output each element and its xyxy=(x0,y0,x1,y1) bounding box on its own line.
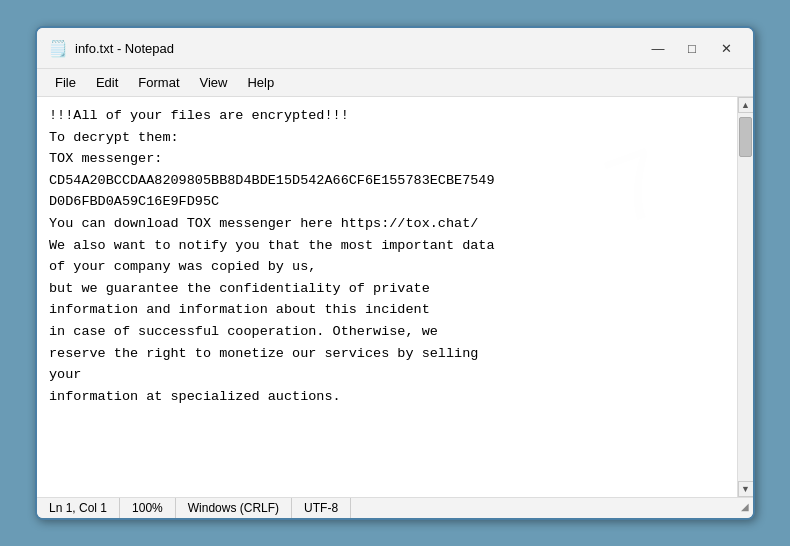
line-7: We also want to notify you that the most… xyxy=(49,235,725,257)
title-bar: 🗒️ info.txt - Notepad — □ ✕ xyxy=(37,28,753,69)
menu-bar: File Edit Format View Help xyxy=(37,69,753,97)
menu-file[interactable]: File xyxy=(45,71,86,94)
scroll-down-button[interactable]: ▼ xyxy=(738,481,754,497)
status-encoding: UTF-8 xyxy=(292,498,351,518)
resize-grip[interactable]: ◢ xyxy=(737,498,753,518)
line-4: CD54A20BCCDAA8209805BB8D4BDE15D542A66CF6… xyxy=(49,170,725,192)
line-1: !!!All of your files are encrypted!!! xyxy=(49,105,725,127)
text-editor[interactable]: 7 !!!All of your files are encrypted!!! … xyxy=(37,97,737,497)
menu-view[interactable]: View xyxy=(190,71,238,94)
menu-edit[interactable]: Edit xyxy=(86,71,128,94)
status-position: Ln 1, Col 1 xyxy=(37,498,120,518)
window-controls: — □ ✕ xyxy=(643,36,741,60)
line-6: You can download TOX messenger here http… xyxy=(49,213,725,235)
line-14: information at specialized auctions. xyxy=(49,386,725,408)
line-13: your xyxy=(49,364,725,386)
maximize-button[interactable]: □ xyxy=(677,36,707,60)
title-bar-left: 🗒️ info.txt - Notepad xyxy=(49,39,174,57)
line-12: reserve the right to monetize our servic… xyxy=(49,343,725,365)
menu-help[interactable]: Help xyxy=(237,71,284,94)
line-11: in case of successful cooperation. Other… xyxy=(49,321,725,343)
status-zoom: 100% xyxy=(120,498,176,518)
line-2: To decrypt them: xyxy=(49,127,725,149)
minimize-button[interactable]: — xyxy=(643,36,673,60)
content-area: 7 !!!All of your files are encrypted!!! … xyxy=(37,97,753,497)
line-9: but we guarantee the confidentiality of … xyxy=(49,278,725,300)
menu-format[interactable]: Format xyxy=(128,71,189,94)
close-button[interactable]: ✕ xyxy=(711,36,741,60)
status-line-ending: Windows (CRLF) xyxy=(176,498,292,518)
line-10: information and information about this i… xyxy=(49,299,725,321)
status-bar: Ln 1, Col 1 100% Windows (CRLF) UTF-8 ◢ xyxy=(37,497,753,518)
window-title: info.txt - Notepad xyxy=(75,41,174,56)
scroll-up-button[interactable]: ▲ xyxy=(738,97,754,113)
notepad-window: 🗒️ info.txt - Notepad — □ ✕ File Edit Fo… xyxy=(35,26,755,520)
app-icon: 🗒️ xyxy=(49,39,67,57)
line-5: D0D6FBD0A59C16E9FD95C xyxy=(49,191,725,213)
scroll-track xyxy=(738,113,753,481)
scroll-thumb[interactable] xyxy=(739,117,752,157)
line-3: TOX messenger: xyxy=(49,148,725,170)
scrollbar-vertical: ▲ ▼ xyxy=(737,97,753,497)
line-8: of your company was copied by us, xyxy=(49,256,725,278)
